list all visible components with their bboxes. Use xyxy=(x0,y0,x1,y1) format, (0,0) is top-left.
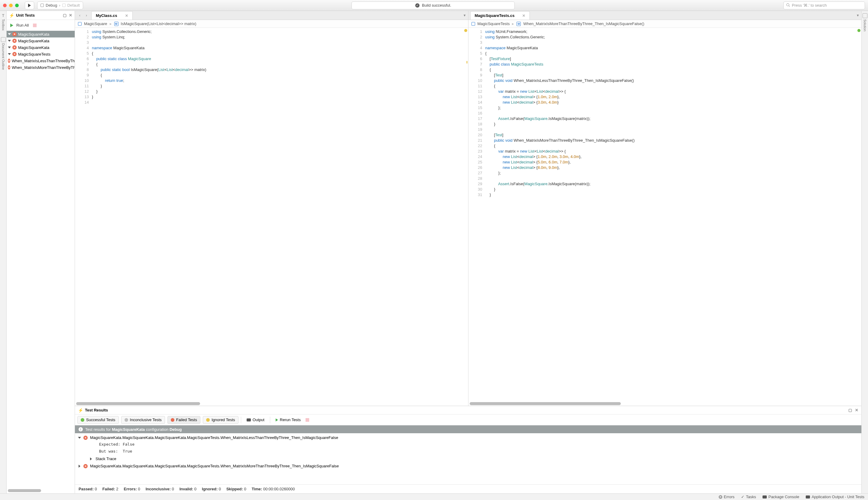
tree-node-1[interactable]: MagicSquareKata xyxy=(7,37,75,44)
fail-badge-icon xyxy=(12,32,16,36)
rerun-tests-button[interactable]: Rerun Tests xyxy=(273,416,312,424)
maximize-window-icon[interactable] xyxy=(15,4,19,7)
undock-icon[interactable]: ▢ xyxy=(63,13,67,18)
output-toggle[interactable]: Output xyxy=(244,416,268,424)
editor-split: ‹ › MyClass.cs ✕ ▾ MagicSquare ▸ M IsMag… xyxy=(75,11,861,406)
chevron-right-icon: ▸ xyxy=(512,21,514,26)
config-selector[interactable]: Debug › Default xyxy=(37,1,83,9)
chevron-down-icon xyxy=(8,46,11,48)
solution-icon xyxy=(863,13,867,18)
tree-test-1[interactable]: When_MatrixIsLessThanThreeByThree_Then_I… xyxy=(7,57,75,64)
minimize-window-icon[interactable] xyxy=(9,4,13,7)
toolbox-icon: T xyxy=(2,13,4,18)
horizontal-scrollbar[interactable] xyxy=(76,402,200,405)
marker-column xyxy=(857,28,861,401)
stack-trace-row[interactable]: Stack Trace xyxy=(78,455,858,463)
close-window-icon[interactable] xyxy=(3,4,7,7)
run-button[interactable] xyxy=(25,1,34,9)
nav-back-button[interactable]: ‹ xyxy=(77,12,83,19)
panel-header: ⚡ Unit Tests ▢ ✕ xyxy=(7,11,75,20)
solution-rail-item[interactable]: Solution xyxy=(863,13,867,31)
results-summary: Passed: 0 Failed: 2 Errors: 0 Inconclusi… xyxy=(75,484,861,493)
nav-buttons: ‹ › xyxy=(75,12,91,19)
tree-test-2[interactable]: When_MatrixIsMoreThanThreeByThree_Then_I… xyxy=(7,64,75,71)
close-tab-icon[interactable]: ✕ xyxy=(522,14,525,18)
tree-node-3[interactable]: MagicSquareTests xyxy=(7,51,75,57)
fail-detail-butwas: But was: True xyxy=(78,448,858,455)
window-controls xyxy=(3,4,19,7)
tree-node-2[interactable]: MagicSquareKata xyxy=(7,44,75,51)
status-errors[interactable]: ✕Errors xyxy=(719,495,734,499)
svg-point-0 xyxy=(787,3,789,6)
config-icon xyxy=(41,4,44,7)
close-panel-icon[interactable]: ✕ xyxy=(69,13,72,18)
fail-badge-icon xyxy=(83,436,88,440)
results-header: ⚡ Test Results ▢ ✕ xyxy=(75,406,861,414)
code-editor-left[interactable]: 1234567891011121314 using System.Collect… xyxy=(75,28,468,401)
code-content[interactable]: using System.Collections.Generic; using … xyxy=(92,28,463,401)
global-search[interactable]: Press '⌘.' to search xyxy=(784,1,865,9)
play-icon xyxy=(28,4,31,7)
project-icon xyxy=(472,22,475,26)
fail-row-2[interactable]: MagicSquareKata.MagicSquareKata.MagicSqu… xyxy=(78,463,858,469)
editor-pane-right: MagicSquareTests.cs ✕ ▾ MagicSquareTests… xyxy=(469,11,862,406)
tree-root[interactable]: MagicSquareKata xyxy=(7,31,75,37)
error-icon: ✕ xyxy=(719,495,722,499)
test-tree: MagicSquareKata MagicSquareKata MagicSqu… xyxy=(7,31,75,489)
close-panel-icon[interactable]: ✕ xyxy=(855,408,858,412)
fail-badge-icon xyxy=(12,45,16,49)
line-gutter: 1234567891011121314 xyxy=(75,28,92,401)
chevron-down-icon xyxy=(78,437,81,439)
build-status[interactable]: ✓ Build successful. xyxy=(351,1,515,9)
breadcrumb-left[interactable]: MagicSquare ▸ M IsMagicSquare(List<List<… xyxy=(75,20,468,28)
results-body: MagicSquareKata.MagicSquareKata.MagicSqu… xyxy=(75,433,861,484)
filter-inconclusive[interactable]: Inconclusive Tests xyxy=(121,416,165,424)
tab-dropdown-icon[interactable]: ▾ xyxy=(854,13,861,18)
right-tool-rail: Solution xyxy=(861,11,868,493)
warning-dot-icon xyxy=(464,29,467,32)
results-banner: i Test results for MagicSquareKata confi… xyxy=(75,425,861,433)
filter-failed[interactable]: Failed Tests xyxy=(167,416,200,424)
run-all-button[interactable]: Run All xyxy=(7,20,75,31)
fail-row-1[interactable]: MagicSquareKata.MagicSquareKata.MagicSqu… xyxy=(78,434,858,441)
filter-successful[interactable]: Successful Tests xyxy=(77,416,119,424)
chevron-down-icon xyxy=(8,53,11,55)
tab-tests[interactable]: MagicSquareTests.cs ✕ xyxy=(470,11,530,20)
results-filters: Successful Tests Inconclusive Tests Fail… xyxy=(75,414,861,425)
svg-line-1 xyxy=(789,5,790,6)
horizontal-scrollbar[interactable] xyxy=(8,489,41,492)
chevron-right-icon: › xyxy=(59,3,60,8)
chevron-down-icon xyxy=(8,33,11,35)
line-gutter: 1234567891011121314151617181920212223242… xyxy=(469,28,485,401)
tree-root-label: MagicSquareKata xyxy=(18,32,49,36)
run-all-label: Run All xyxy=(16,23,29,27)
tab-myclass[interactable]: MyClass.cs ✕ xyxy=(91,11,133,20)
banner-text: Test results for MagicSquareKata configu… xyxy=(85,427,182,432)
gray-dot-icon xyxy=(125,418,128,422)
search-placeholder: Press '⌘.' to search xyxy=(792,3,827,8)
workspace: ‹ › MyClass.cs ✕ ▾ MagicSquare ▸ M IsMag… xyxy=(75,11,861,493)
tab-dropdown-icon[interactable]: ▾ xyxy=(461,13,468,18)
document-outline-icon xyxy=(1,37,6,42)
code-content[interactable]: using NUnit.Framework; using System.Coll… xyxy=(485,28,857,401)
breadcrumb-right[interactable]: MagicSquareTests ▸ M When_MatrixIsMoreTh… xyxy=(469,20,862,28)
config-label: Debug xyxy=(46,3,57,8)
status-tasks[interactable]: Tasks xyxy=(741,495,756,499)
horizontal-scrollbar[interactable] xyxy=(470,402,621,405)
undock-icon[interactable]: ▢ xyxy=(848,408,852,412)
stop-icon[interactable] xyxy=(306,418,309,422)
fail-badge-icon xyxy=(12,52,16,56)
nav-forward-button[interactable]: › xyxy=(83,12,89,19)
toolbox-rail-item[interactable]: T Toolbox xyxy=(1,13,5,31)
bolt-icon: ⚡ xyxy=(78,408,83,413)
filter-ignored[interactable]: Ignored Tests xyxy=(203,416,238,424)
status-package-console[interactable]: Package Console xyxy=(763,495,799,499)
code-editor-right[interactable]: 1234567891011121314151617181920212223242… xyxy=(469,28,862,401)
doc-outline-rail-item[interactable]: Document Outline xyxy=(1,37,6,70)
tab-strip-right: MagicSquareTests.cs ✕ ▾ xyxy=(469,11,862,20)
stop-icon[interactable] xyxy=(33,24,36,27)
status-app-output[interactable]: Application Output - Unit Tests xyxy=(806,495,864,499)
title-bar: Debug › Default ✓ Build successful. Pres… xyxy=(0,0,868,11)
target-icon xyxy=(62,4,66,7)
close-tab-icon[interactable]: ✕ xyxy=(125,14,128,18)
